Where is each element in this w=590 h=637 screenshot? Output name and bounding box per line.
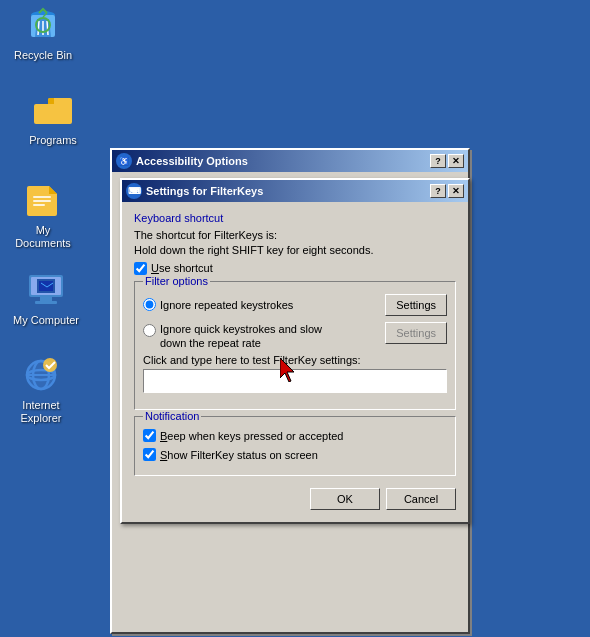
programs-icon [33,90,73,130]
accessibility-options-titlebar: ♿ Accessibility Options ? ✕ [112,150,468,172]
desktop-icon-my-computer[interactable]: My Computer [11,270,81,327]
notification-label: Notification [143,410,201,422]
ignore-quick-label: Ignore quick keystrokes and slow down th… [160,322,322,351]
inner-window-title: Settings for FilterKeys [146,185,263,197]
ignore-repeated-label: Ignore repeated keystrokes [160,299,293,311]
beep-keys-label: Beep when keys pressed or accepted [160,430,343,442]
my-computer-icon [26,270,66,310]
ignore-repeated-row: Ignore repeated keystrokes Settings [143,294,447,316]
desktop-icon-internet-explorer[interactable]: Internet Explorer [6,355,76,425]
notification-section: Notification Beep when keys pressed or a… [134,416,456,476]
filterkeys-titlebar: ⌨ Settings for FilterKeys ? ✕ [122,180,468,202]
ignore-quick-settings-container: Settings [385,322,447,344]
desktop-icon-programs[interactable]: Programs [18,90,88,147]
beep-keys-checkbox[interactable] [143,429,156,442]
my-computer-label: My Computer [13,314,79,327]
svg-rect-4 [33,200,51,202]
ignore-quick-settings-button[interactable]: Settings [385,322,447,344]
test-area-label: Click and type here to test FilterKey se… [143,354,447,366]
outer-window-title: Accessibility Options [136,155,248,167]
recycle-bin-icon [23,5,63,45]
test-area-container: Click and type here to test FilterKey se… [143,354,447,401]
ignore-repeated-radio[interactable] [143,298,156,311]
desktop: Recycle Bin Programs My Documents [0,0,590,637]
inner-close-button[interactable]: ✕ [448,184,464,198]
test-area-input[interactable] [143,369,447,393]
filter-options-label: Filter options [143,275,210,287]
inner-titlebar-left: ⌨ Settings for FilterKeys [126,183,263,199]
beep-keys-row: Beep when keys pressed or accepted [143,429,447,442]
ignore-quick-radio-group: Ignore quick keystrokes and slow down th… [143,322,385,351]
filterkeys-dialog: ⌨ Settings for FilterKeys ? ✕ Keyboard s… [120,178,470,524]
accessibility-icon: ♿ [116,153,132,169]
svg-rect-3 [33,196,51,198]
ignore-repeated-settings-button[interactable]: Settings [385,294,447,316]
use-shortcut-checkbox[interactable] [134,262,147,275]
dialog-content: Keyboard shortcut The shortcut for Filte… [122,202,468,522]
internet-explorer-icon [21,355,61,395]
show-status-label: Show FilterKey status on screen [160,449,318,461]
ignore-repeated-radio-group: Ignore repeated keystrokes [143,298,293,311]
desktop-icon-my-documents[interactable]: My Documents [8,180,78,250]
outer-help-button[interactable]: ? [430,154,446,168]
svg-rect-8 [40,297,52,301]
outer-close-button[interactable]: ✕ [448,154,464,168]
show-status-checkbox[interactable] [143,448,156,461]
svg-point-16 [43,358,57,372]
keyboard-shortcut-label: Keyboard shortcut [134,212,456,224]
keyboard-shortcut-section: Keyboard shortcut The shortcut for Filte… [134,212,456,275]
internet-explorer-label: Internet Explorer [6,399,76,425]
dialog-buttons: OK Cancel [134,484,456,514]
recycle-bin-label: Recycle Bin [14,49,72,62]
svg-rect-5 [33,204,45,206]
ok-button[interactable]: OK [310,488,380,510]
my-documents-label: My Documents [8,224,78,250]
ignore-quick-row: Ignore quick keystrokes and slow down th… [143,322,447,351]
titlebar-left: ♿ Accessibility Options [116,153,248,169]
use-shortcut-checkbox-label: Use shortcut [151,262,213,274]
filter-options-section: Filter options Ignore repeated keystroke… [134,281,456,411]
my-documents-icon [23,180,63,220]
svg-rect-9 [35,301,57,304]
ignore-quick-radio[interactable] [143,324,156,337]
show-status-row: Show FilterKey status on screen [143,448,447,461]
use-shortcut-row: Use shortcut [134,262,456,275]
desktop-icon-recycle-bin[interactable]: Recycle Bin [8,5,78,62]
shortcut-description: The shortcut for FilterKeys is: Hold dow… [134,228,456,259]
inner-titlebar-buttons: ? ✕ [430,184,464,198]
cancel-button[interactable]: Cancel [386,488,456,510]
inner-help-button[interactable]: ? [430,184,446,198]
programs-label: Programs [29,134,77,147]
outer-titlebar-buttons: ? ✕ [430,154,464,168]
filterkeys-icon: ⌨ [126,183,142,199]
